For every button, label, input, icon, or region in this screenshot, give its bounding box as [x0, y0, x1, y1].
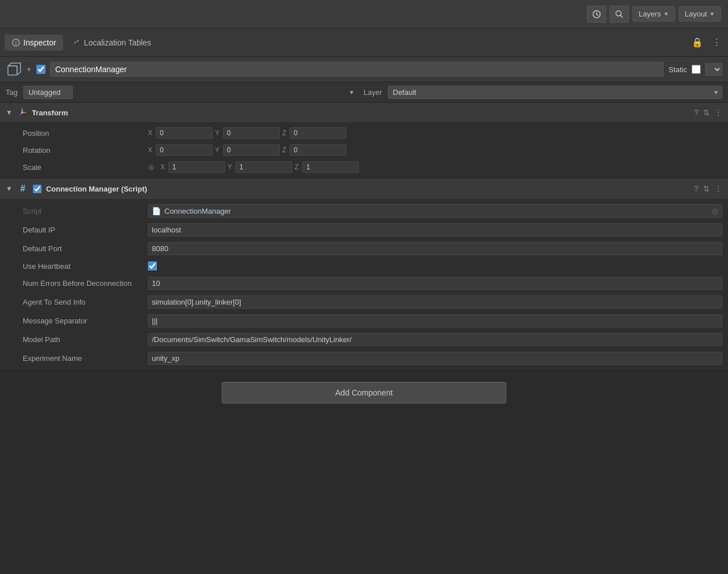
model-path-row: Model Path [0, 330, 728, 349]
default-port-input[interactable] [148, 242, 722, 255]
scale-y-label: Y [228, 163, 232, 171]
tab-bar-actions: 🔒 ⋮ [689, 36, 723, 49]
model-path-label: Model Path [23, 335, 148, 344]
pos-y-label: Y [215, 129, 220, 137]
agent-to-send-input[interactable] [148, 296, 722, 309]
connection-manager-header[interactable]: ▼ # Connection Manager (Script) ? ⇅ ⋮ [0, 178, 728, 199]
transform-help-icon[interactable]: ? [694, 108, 698, 117]
static-dropdown[interactable] [705, 63, 722, 76]
transform-more-icon[interactable]: ⋮ [714, 108, 722, 117]
layer-label: Layer [363, 88, 382, 97]
tag-wrapper: Untagged ▼ [23, 86, 358, 99]
pos-x-label: X [148, 129, 152, 137]
transform-collapse-icon: ▼ [6, 109, 13, 117]
go-collapse-arrow[interactable]: ▼ [26, 66, 32, 73]
add-component-button[interactable]: Add Component [222, 382, 506, 404]
tab-inspector[interactable]: i Inspector [5, 35, 63, 51]
rot-y-input[interactable] [223, 144, 280, 156]
scale-x-label: X [160, 163, 165, 171]
cm-settings-icon[interactable]: ⇅ [703, 184, 710, 193]
script-value-wrapper: 📄 ConnectionManager ◎ [148, 204, 722, 218]
scale-row: Scale ⊗ X Y Z [0, 159, 728, 176]
layer-dropdown[interactable]: Default [388, 86, 722, 99]
scale-link-icon: ⊗ [148, 163, 155, 172]
static-checkbox[interactable] [692, 65, 701, 74]
num-errors-row: Num Errors Before Deconnection [0, 274, 728, 293]
position-xyz-group: X Y Z [148, 127, 722, 139]
script-target-icon[interactable]: ◎ [712, 206, 718, 215]
tab-bar: i Inspector Localization Tables 🔒 ⋮ [0, 28, 728, 57]
scale-x-input[interactable] [168, 161, 225, 173]
layer-wrapper: Default ▼ [388, 86, 722, 99]
script-hash-icon: # [17, 183, 28, 194]
agent-to-send-label: Agent To Send Info [23, 298, 148, 306]
transform-body: Position X Y Z Rotation X Y Z [0, 122, 728, 178]
inspector-icon: i [11, 38, 20, 47]
script-name: ConnectionManager [164, 207, 708, 215]
script-doc-icon: 📄 [152, 207, 161, 215]
add-component-section: Add Component [0, 371, 728, 415]
experiment-name-input[interactable] [148, 352, 722, 365]
history-button[interactable] [587, 6, 606, 23]
cm-help-icon[interactable]: ? [694, 184, 698, 193]
pos-z-input[interactable] [289, 127, 346, 139]
message-sep-label: Message Separator [23, 317, 148, 325]
svg-point-10 [21, 111, 23, 114]
static-label: Static [668, 65, 687, 74]
message-sep-row: Message Separator [0, 311, 728, 330]
cm-header-actions: ? ⇅ ⋮ [694, 184, 722, 193]
use-heartbeat-label: Use Heartbeat [23, 262, 148, 271]
transform-settings-icon[interactable]: ⇅ [703, 108, 710, 117]
default-ip-row: Default IP [0, 221, 728, 239]
lock-icon[interactable]: 🔒 [689, 36, 705, 49]
rot-y-label: Y [215, 146, 220, 154]
transform-header[interactable]: ▼ Transform ? ⇅ ⋮ [0, 103, 728, 122]
rotation-row: Rotation X Y Z [0, 142, 728, 159]
scale-z-label: Z [295, 163, 299, 171]
position-row: Position X Y Z [0, 124, 728, 142]
message-sep-input[interactable] [148, 314, 722, 327]
toolbar: Layers ▼ Layout ▼ [0, 0, 728, 28]
transform-icon [17, 107, 27, 118]
tag-dropdown[interactable]: Untagged [23, 86, 73, 99]
tab-localization[interactable]: Localization Tables [65, 35, 158, 51]
num-errors-input[interactable] [148, 277, 722, 290]
scale-label: Scale [23, 163, 148, 172]
experiment-name-label: Experiment Name [23, 354, 148, 363]
layout-dropdown[interactable]: Layout ▼ [679, 6, 721, 22]
cm-active-checkbox[interactable] [33, 185, 42, 193]
layout-chevron-icon: ▼ [709, 11, 715, 17]
cm-more-icon[interactable]: ⋮ [714, 184, 722, 193]
gameobject-name-input[interactable] [50, 62, 664, 77]
scale-y-input[interactable] [235, 161, 292, 173]
localization-icon [72, 38, 81, 47]
default-port-label: Default Port [23, 244, 148, 253]
pos-z-label: Z [282, 129, 286, 137]
gameobject-header: ▼ Static [0, 57, 728, 82]
default-ip-label: Default IP [23, 226, 148, 234]
layers-chevron-icon: ▼ [663, 11, 669, 17]
layers-dropdown[interactable]: Layers ▼ [632, 6, 675, 22]
svg-rect-6 [8, 66, 17, 75]
scale-z-input[interactable] [302, 161, 359, 173]
script-row: Script 📄 ConnectionManager ◎ [0, 201, 728, 221]
pos-x-input[interactable] [156, 127, 213, 139]
rot-z-input[interactable] [289, 144, 346, 156]
model-path-input[interactable] [148, 333, 722, 346]
cm-title: Connection Manager (Script) [46, 185, 689, 193]
svg-text:i: i [15, 40, 17, 46]
inspector-panel: ▼ Static Tag Untagged ▼ Layer Default ▼ … [0, 57, 728, 415]
script-label: Script [23, 207, 148, 215]
pos-y-input[interactable] [223, 127, 280, 139]
search-button[interactable] [610, 6, 629, 23]
rotation-xyz-group: X Y Z [148, 144, 722, 156]
svg-point-0 [616, 11, 621, 16]
gameobject-active-checkbox[interactable] [36, 65, 46, 74]
rot-x-input[interactable] [156, 144, 213, 156]
use-heartbeat-row: Use Heartbeat [0, 258, 728, 274]
rot-x-label: X [148, 146, 152, 154]
more-options-icon[interactable]: ⋮ [710, 36, 723, 49]
use-heartbeat-checkbox[interactable] [148, 261, 157, 271]
cube-icon [6, 61, 22, 77]
default-ip-input[interactable] [148, 223, 722, 236]
